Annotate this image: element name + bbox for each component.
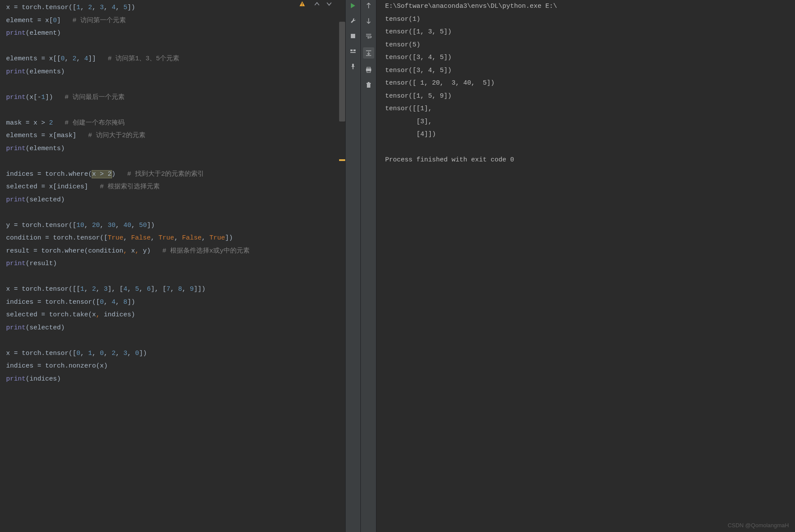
layout-icon[interactable] <box>349 47 357 55</box>
code-editor[interactable]: x = torch.tensor([1, 2, 3, 4, 5])element… <box>0 0 345 532</box>
wrench-icon[interactable] <box>349 17 357 25</box>
svg-rect-1 <box>302 5 302 6</box>
editor-scrollbar[interactable] <box>339 22 345 122</box>
svg-rect-5 <box>350 52 356 53</box>
arrow-down-icon[interactable] <box>365 17 373 25</box>
collapse-up-icon[interactable] <box>314 1 320 9</box>
trash-icon[interactable] <box>365 81 373 89</box>
svg-rect-0 <box>302 3 302 4</box>
scroll-to-end-icon[interactable] <box>363 47 374 59</box>
collapse-down-icon[interactable] <box>326 1 332 9</box>
watermark: CSDN @QomolangmaH <box>728 522 789 529</box>
soft-wrap-icon[interactable] <box>365 32 373 40</box>
stop-icon[interactable] <box>349 32 357 40</box>
run-icon[interactable] <box>349 2 357 10</box>
editor-content[interactable]: x = torch.tensor([1, 2, 3, 4, 5])element… <box>6 1 345 385</box>
arrow-up-icon[interactable] <box>365 2 373 10</box>
svg-rect-4 <box>353 49 356 51</box>
svg-rect-6 <box>367 67 370 69</box>
svg-rect-10 <box>366 83 371 84</box>
run-toolbar <box>345 0 361 532</box>
console-output[interactable]: E:\Software\anaconda3\envs\DL\python.exe… <box>376 0 795 532</box>
warning-icon[interactable] <box>299 1 305 7</box>
svg-rect-9 <box>367 84 370 88</box>
svg-rect-2 <box>351 34 355 38</box>
svg-rect-11 <box>368 82 369 83</box>
editor-marker <box>339 159 345 161</box>
output-toolbar <box>361 0 376 532</box>
pin-icon[interactable] <box>349 62 357 70</box>
svg-rect-3 <box>350 49 353 51</box>
print-icon[interactable] <box>365 66 373 74</box>
